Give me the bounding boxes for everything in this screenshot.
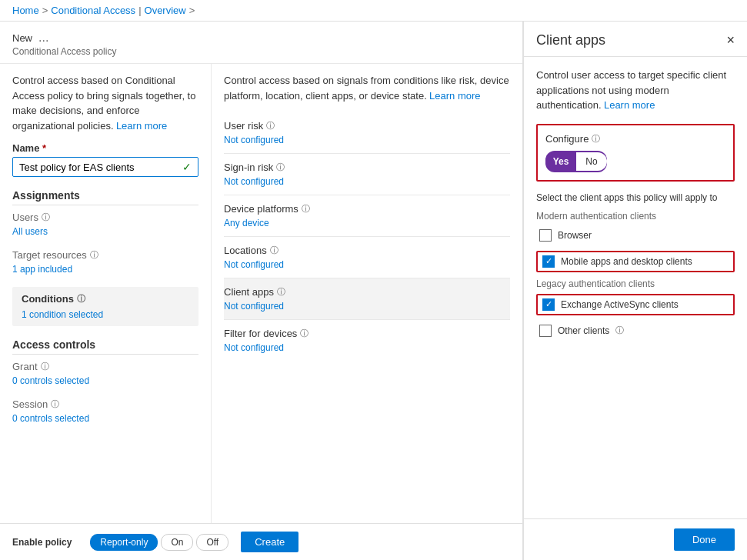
enable-policy-label: Enable policy: [12, 537, 72, 548]
panel-close-button[interactable]: ×: [726, 32, 735, 48]
left-description: Control access based on Conditional Acce…: [12, 73, 198, 133]
ellipsis-menu[interactable]: ...: [38, 31, 48, 45]
configure-yes[interactable]: Yes: [545, 152, 576, 171]
locations-info-icon[interactable]: ⓘ: [270, 245, 278, 256]
browser-checkbox[interactable]: [539, 229, 552, 242]
breadcrumb-sep1: >: [42, 5, 48, 16]
filter-for-devices-row: Filter for devices ⓘ Not configured: [224, 320, 510, 361]
conditions-header: Conditions ⓘ: [22, 293, 189, 305]
name-required: *: [42, 142, 46, 154]
session-label: Session: [12, 398, 48, 410]
filter-for-devices-value[interactable]: Not configured: [224, 342, 510, 353]
breadcrumb-sep2: |: [138, 5, 141, 16]
name-field-group: Name * ✓: [12, 142, 198, 177]
configure-toggle[interactable]: Yes No: [545, 151, 607, 172]
bottom-bar: Enable policy Report-only On Off Create: [0, 523, 523, 560]
user-risk-value[interactable]: Not configured: [224, 135, 510, 145]
filter-for-devices-info-icon[interactable]: ⓘ: [300, 328, 308, 339]
panel-learn-more-link[interactable]: Learn more: [604, 99, 655, 111]
form-column: Control access based on Conditional Acce…: [0, 64, 212, 523]
configure-label: Configure ⓘ: [545, 133, 725, 145]
locations-label: Locations: [224, 245, 267, 256]
device-platforms-row: Device platforms ⓘ Any device: [224, 195, 510, 237]
name-check-icon: ✓: [182, 161, 192, 173]
session-info-icon[interactable]: ⓘ: [51, 398, 59, 410]
left-learn-more-link[interactable]: Learn more: [116, 120, 167, 132]
other-clients-checkbox[interactable]: [539, 325, 552, 337]
mobile-apps-checkbox[interactable]: ✓: [542, 255, 555, 268]
create-button[interactable]: Create: [241, 532, 298, 552]
sign-in-risk-info-icon[interactable]: ⓘ: [276, 162, 285, 173]
panel-title: Client apps: [536, 32, 605, 48]
device-platforms-value[interactable]: Any device: [224, 218, 510, 228]
right-description: Control access based on signals from con…: [224, 73, 510, 103]
configure-no[interactable]: No: [576, 152, 607, 171]
users-info-icon[interactable]: ⓘ: [42, 212, 50, 223]
locations-row: Locations ⓘ Not configured: [224, 237, 510, 278]
exchange-activesync-checkbox[interactable]: ✓: [542, 298, 555, 311]
modern-auth-label: Modern authentication clients: [536, 211, 735, 222]
users-label: Users: [12, 212, 38, 223]
left-body: Control access based on Conditional Acce…: [0, 64, 522, 523]
conditions-title: Conditions: [22, 293, 74, 305]
exchange-activesync-label: Exchange ActiveSync clients: [561, 299, 679, 310]
sign-in-risk-value[interactable]: Not configured: [224, 176, 510, 187]
configure-box: Configure ⓘ Yes No: [536, 124, 735, 182]
session-group: Session ⓘ 0 controls selected: [12, 398, 198, 424]
breadcrumb-home[interactable]: Home: [12, 5, 39, 16]
target-resources-info-icon[interactable]: ⓘ: [90, 249, 98, 261]
grant-label: Grant: [12, 361, 38, 372]
users-value[interactable]: All users: [12, 226, 198, 237]
name-label: Name *: [12, 142, 46, 154]
other-clients-row: Other clients ⓘ: [536, 322, 735, 340]
policy-toggle-group: Report-only On Off: [90, 534, 228, 551]
conditions-column: Control access based on signals from con…: [212, 64, 522, 523]
access-controls-title: Access controls: [12, 338, 198, 355]
sign-in-risk-row: Sign-in risk ⓘ Not configured: [224, 154, 510, 195]
client-apps-row: Client apps ⓘ Not configured: [224, 278, 510, 320]
device-platforms-info-icon[interactable]: ⓘ: [302, 203, 310, 215]
browser-label: Browser: [558, 230, 592, 241]
grant-value[interactable]: 0 controls selected: [12, 375, 198, 386]
policy-off-btn[interactable]: Off: [196, 534, 228, 551]
grant-group: Grant ⓘ 0 controls selected: [12, 361, 198, 386]
client-apps-value[interactable]: Not configured: [224, 301, 510, 312]
left-pane: New ... Conditional Access policy Contro…: [0, 22, 523, 560]
browser-row: Browser: [536, 226, 735, 245]
locations-value[interactable]: Not configured: [224, 259, 510, 270]
name-input[interactable]: [19, 162, 182, 173]
breadcrumb-sep3: >: [189, 5, 195, 16]
conditions-value[interactable]: 1 condition selected: [22, 309, 189, 320]
target-resources-value[interactable]: 1 app included: [12, 264, 198, 275]
done-button[interactable]: Done: [674, 528, 735, 551]
client-apps-info-icon[interactable]: ⓘ: [277, 286, 285, 298]
user-risk-row: User risk ⓘ Not configured: [224, 112, 510, 154]
content-area: New ... Conditional Access policy Contro…: [0, 22, 747, 560]
session-value[interactable]: 0 controls selected: [12, 413, 198, 424]
grant-info-icon[interactable]: ⓘ: [41, 361, 49, 372]
conditions-info-icon[interactable]: ⓘ: [77, 293, 85, 305]
configure-info-icon[interactable]: ⓘ: [592, 133, 600, 145]
assignments-title: Assignments: [12, 189, 198, 205]
page-header: New ... Conditional Access policy: [0, 22, 522, 64]
other-clients-info-icon[interactable]: ⓘ: [615, 325, 624, 336]
policy-report-only-btn[interactable]: Report-only: [90, 534, 158, 551]
target-resources-label: Target resources: [12, 249, 87, 261]
other-clients-label: Other clients: [558, 325, 609, 336]
policy-on-btn[interactable]: On: [161, 534, 193, 551]
mobile-apps-label: Mobile apps and desktop clients: [561, 256, 692, 267]
panel-body: Control user access to target specific c…: [524, 57, 747, 518]
breadcrumb-overview[interactable]: Overview: [145, 5, 186, 16]
page-title: New: [12, 32, 32, 44]
user-risk-label: User risk: [224, 120, 263, 132]
mobile-apps-row: ✓ Mobile apps and desktop clients: [536, 251, 735, 272]
page-subtitle: Conditional Access policy: [12, 46, 510, 57]
panel-description: Control user access to target specific c…: [536, 68, 735, 113]
filter-for-devices-label: Filter for devices: [224, 328, 297, 339]
breadcrumb-conditional-access[interactable]: Conditional Access: [51, 5, 135, 16]
right-learn-more-link[interactable]: Learn more: [429, 90, 480, 102]
name-input-wrapper[interactable]: ✓: [12, 157, 198, 177]
user-risk-info-icon[interactable]: ⓘ: [266, 120, 275, 132]
client-apps-panel: Client apps × Control user access to tar…: [523, 22, 747, 560]
sign-in-risk-label: Sign-in risk: [224, 162, 273, 173]
